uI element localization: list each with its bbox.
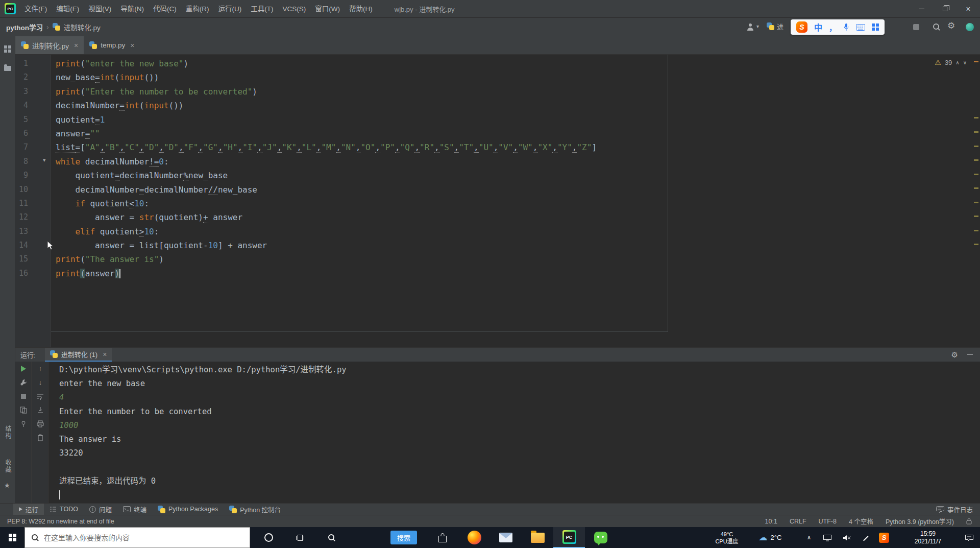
console-line[interactable]: enter the new base xyxy=(59,377,980,391)
structure-tool-button[interactable]: 结构 xyxy=(4,425,12,440)
ime-chinese-mode-icon[interactable]: 中 xyxy=(814,21,822,33)
favorites-tool-button[interactable]: 收藏 xyxy=(4,459,12,473)
file-explorer-button[interactable] xyxy=(522,527,553,548)
next-warning-icon[interactable]: ∨ xyxy=(963,60,967,65)
code-line[interactable]: print(answer) xyxy=(56,267,973,280)
line-number[interactable]: 1 xyxy=(15,57,51,70)
code-line[interactable]: decimalNumber=decimalNumber//new_base xyxy=(56,183,973,197)
code-line[interactable]: answer="" xyxy=(56,127,973,140)
menu-item[interactable]: 窗口(W) xyxy=(310,0,345,18)
tab-file-1[interactable]: 进制转化.py × xyxy=(15,36,84,54)
event-log-button[interactable]: 事件日志 xyxy=(936,505,973,514)
star-icon[interactable]: ★ xyxy=(4,482,10,489)
search-app-button[interactable] xyxy=(316,527,348,548)
code-line[interactable]: print("The answer is") xyxy=(56,252,973,266)
menu-item[interactable]: 工具(T) xyxy=(246,0,278,18)
caret-position[interactable]: 10:1 xyxy=(765,518,777,525)
code-line[interactable]: new_base=int(input()) xyxy=(56,70,973,84)
stop-button[interactable] xyxy=(15,389,32,403)
editor-gutter[interactable]: 12345678910111213141516 xyxy=(15,55,51,347)
tool-button-python-packages[interactable]: Python Packages xyxy=(152,504,224,515)
console-line[interactable] xyxy=(59,460,980,474)
fold-arrow-icon[interactable]: ▾ xyxy=(43,157,46,163)
console-line[interactable]: 进程已结束，退出代码为 0 xyxy=(59,474,980,488)
up-stack-trace-button[interactable]: ↑ xyxy=(32,362,48,375)
tool-button-run[interactable]: 运行 xyxy=(13,504,44,515)
console-line[interactable] xyxy=(59,488,980,502)
clear-console-button[interactable] xyxy=(32,431,48,444)
sogou-logo-icon[interactable]: S xyxy=(796,21,807,33)
close-tab-icon[interactable]: × xyxy=(130,41,134,50)
wechat-button[interactable] xyxy=(585,527,617,548)
tray-expand-chevron[interactable]: ∧ xyxy=(802,527,816,548)
line-ending[interactable]: CRLF xyxy=(790,518,806,525)
menu-item[interactable]: 代码(C) xyxy=(149,0,181,18)
interpreter[interactable]: Python 3.9 (python学习) xyxy=(886,516,954,526)
menu-item[interactable]: 编辑(E) xyxy=(52,0,84,18)
line-number[interactable]: 2 xyxy=(15,70,51,84)
line-number[interactable]: 10 xyxy=(15,183,51,197)
hide-panel-icon[interactable] xyxy=(967,354,973,355)
line-number[interactable]: 3 xyxy=(15,85,51,99)
code-line[interactable]: list=["A","B","C","D","D","F","G","H","I… xyxy=(56,140,973,154)
modify-run-config-button[interactable] xyxy=(15,375,32,389)
print-button[interactable] xyxy=(32,417,48,431)
line-number[interactable]: 13 xyxy=(15,225,51,239)
code-line[interactable]: decimalNumber=int(input()) xyxy=(56,99,973,112)
start-button[interactable] xyxy=(0,527,24,548)
folder-icon[interactable] xyxy=(4,65,11,73)
run-config-selector[interactable]: 进 xyxy=(767,21,783,31)
console-line[interactable]: Enter the number to be converted xyxy=(59,405,980,419)
code-line[interactable]: print("Enter the number to be converted"… xyxy=(56,85,973,99)
lock-icon[interactable] xyxy=(966,518,972,525)
code-line[interactable]: elif quotient>10: xyxy=(56,225,973,239)
ime-toolbox-icon[interactable] xyxy=(872,23,879,31)
sogou-tray-button[interactable]: S xyxy=(875,527,893,548)
microsoft-store-button[interactable] xyxy=(427,527,458,548)
menu-item[interactable]: 运行(U) xyxy=(214,0,247,18)
weather-widget[interactable]: ☁ 2°C xyxy=(747,527,794,548)
cpu-temp-widget[interactable]: 49°C CPU温度 xyxy=(707,527,747,548)
down-stack-trace-button[interactable]: ↓ xyxy=(32,375,48,389)
menu-item[interactable]: 重构(R) xyxy=(181,0,214,18)
line-number[interactable]: 9 xyxy=(15,169,51,182)
line-number[interactable]: 7 xyxy=(15,140,51,154)
chevron-down-icon[interactable]: ▾ xyxy=(756,23,759,29)
code-line[interactable]: answer = list[quotient-10] + answer xyxy=(56,239,973,252)
file-encoding[interactable]: UTF-8 xyxy=(819,518,837,525)
search-icon[interactable] xyxy=(933,23,941,31)
tool-button-todo[interactable]: TODO xyxy=(44,504,84,515)
profile-circle-icon[interactable] xyxy=(966,23,974,31)
pin-tab-button[interactable] xyxy=(15,417,32,431)
search-button[interactable]: 搜索 xyxy=(390,531,417,544)
task-view-button[interactable] xyxy=(284,527,316,548)
editor-code-area[interactable]: print("enter the new base")new_base=int(… xyxy=(52,55,973,347)
close-button[interactable]: × xyxy=(957,0,980,18)
project-tool-icon[interactable] xyxy=(4,45,11,53)
menu-item[interactable]: VCS(S) xyxy=(278,0,311,18)
user-account-icon[interactable] xyxy=(746,23,754,31)
soft-wrap-button[interactable] xyxy=(32,389,48,403)
run-settings-gear-icon[interactable]: ⚙ xyxy=(951,350,958,360)
breadcrumb-file[interactable]: 进制转化.py xyxy=(64,22,101,32)
stop-button[interactable] xyxy=(913,24,919,30)
tool-button-terminal[interactable]: 终端 xyxy=(117,504,152,515)
code-line[interactable]: while decimalNumber!=0: xyxy=(56,155,973,169)
tab-file-2[interactable]: temp.py × xyxy=(84,36,140,54)
console-line[interactable]: The answer is xyxy=(59,433,980,446)
console-line[interactable]: D:\python学习\venv\Scripts\python.exe D:/p… xyxy=(59,363,980,377)
cortana-button[interactable] xyxy=(253,527,284,548)
ime-punctuation-icon[interactable]: ， xyxy=(829,22,837,33)
tool-button-problems[interactable]: ! 问题 xyxy=(84,504,117,515)
menu-item[interactable]: 视图(V) xyxy=(84,0,116,18)
tool-button-python-console[interactable]: Python 控制台 xyxy=(224,504,286,515)
line-number[interactable]: 12 xyxy=(15,210,51,224)
minimize-button[interactable] xyxy=(910,0,933,18)
keyboard-icon[interactable] xyxy=(856,24,865,31)
microphone-icon[interactable] xyxy=(843,23,849,31)
console-line[interactable]: 4 xyxy=(59,391,980,404)
code-line[interactable]: quotient=decimalNumber%new_base xyxy=(56,169,973,182)
menu-item[interactable]: 文件(F) xyxy=(20,0,52,18)
code-line[interactable]: answer = str(quotient)+ answer xyxy=(56,210,973,224)
pen-icon[interactable] xyxy=(857,527,874,548)
